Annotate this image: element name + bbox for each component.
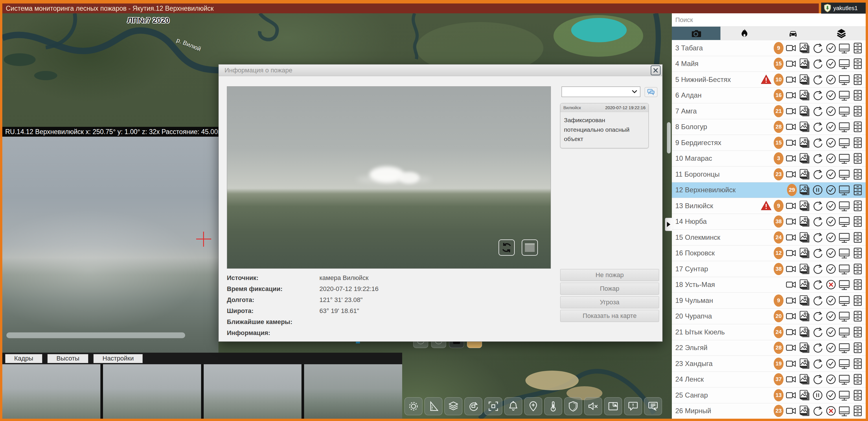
status-ok-icon[interactable] bbox=[825, 326, 837, 338]
drawer-archive-icon[interactable] bbox=[852, 42, 863, 54]
monitor-icon[interactable] bbox=[838, 389, 850, 401]
refresh-icon[interactable] bbox=[812, 342, 824, 354]
refresh-icon[interactable] bbox=[812, 169, 824, 180]
pause-icon[interactable] bbox=[812, 184, 824, 196]
close-icon[interactable] bbox=[651, 65, 660, 75]
refresh-icon[interactable] bbox=[812, 106, 824, 117]
status-ok-icon[interactable] bbox=[825, 295, 837, 306]
status-ok-icon[interactable] bbox=[825, 169, 837, 180]
messages-icon[interactable] bbox=[644, 397, 662, 415]
refresh-icon[interactable] bbox=[812, 295, 824, 306]
drawer-archive-icon[interactable] bbox=[852, 295, 863, 306]
video-camera-icon[interactable] bbox=[785, 326, 797, 338]
monitor-icon[interactable] bbox=[838, 216, 850, 227]
status-ok-icon[interactable] bbox=[825, 184, 837, 196]
status-ok-icon[interactable] bbox=[825, 200, 837, 212]
camera-list-item[interactable]: 18 Усть-Мая bbox=[672, 277, 866, 293]
drawer-archive-icon[interactable] bbox=[852, 373, 863, 385]
refresh-icon[interactable] bbox=[812, 263, 824, 275]
drawer-archive-icon[interactable] bbox=[852, 358, 863, 369]
video-camera-icon[interactable] bbox=[785, 153, 797, 164]
drawer-archive-icon[interactable] bbox=[852, 405, 863, 417]
drawer-archive-icon[interactable] bbox=[852, 216, 863, 227]
camera-list-item[interactable]: 13 Вилюйск 9 bbox=[672, 198, 866, 214]
video-camera-icon[interactable] bbox=[785, 74, 797, 85]
video-camera-icon[interactable] bbox=[785, 89, 797, 101]
dialog-header[interactable]: Информация о пожаре bbox=[219, 65, 662, 76]
frames-archive-icon[interactable] bbox=[799, 184, 810, 196]
frames-archive-icon[interactable] bbox=[799, 58, 810, 69]
frames-archive-icon[interactable] bbox=[799, 106, 810, 117]
frames-archive-icon[interactable] bbox=[799, 373, 810, 385]
refresh-icon[interactable] bbox=[812, 153, 824, 164]
monitor-icon[interactable] bbox=[838, 326, 850, 338]
frames-archive-icon[interactable] bbox=[799, 342, 810, 354]
frames-archive-icon[interactable] bbox=[799, 121, 810, 132]
monitor-icon[interactable] bbox=[838, 263, 850, 275]
refresh-icon[interactable] bbox=[812, 247, 824, 259]
camera-live-view[interactable] bbox=[2, 137, 218, 353]
drawer-archive-icon[interactable] bbox=[852, 74, 863, 85]
frames-archive-icon[interactable] bbox=[799, 279, 810, 291]
fire-type-select[interactable] bbox=[562, 87, 640, 97]
video-camera-icon[interactable] bbox=[785, 389, 797, 401]
refresh-icon[interactable] bbox=[812, 310, 824, 322]
camera-list-item[interactable]: 16 Покровск 12 bbox=[672, 245, 866, 261]
fire-tab[interactable] bbox=[720, 27, 769, 40]
monitor-icon[interactable] bbox=[838, 153, 850, 164]
status-ok-icon[interactable] bbox=[825, 42, 837, 54]
video-camera-icon[interactable] bbox=[785, 342, 797, 354]
video-camera-icon[interactable] bbox=[785, 106, 797, 117]
drawer-archive-icon[interactable] bbox=[852, 169, 863, 180]
fire-button[interactable]: Пожар bbox=[560, 282, 659, 295]
monitor-icon[interactable] bbox=[838, 342, 850, 354]
status-ok-icon[interactable] bbox=[825, 389, 837, 401]
threat-button[interactable]: Угроза bbox=[560, 296, 659, 308]
drawer-archive-icon[interactable] bbox=[852, 247, 863, 259]
drawer-archive-icon[interactable] bbox=[852, 153, 863, 164]
vehicles-tab[interactable] bbox=[769, 27, 817, 40]
monitor-icon[interactable] bbox=[838, 310, 850, 322]
frames-archive-icon[interactable] bbox=[799, 405, 810, 417]
layers-tab[interactable] bbox=[817, 27, 866, 40]
camera-list-item[interactable]: 3 Табага 9 bbox=[672, 40, 866, 56]
video-camera-icon[interactable] bbox=[785, 405, 797, 417]
camera-list-item[interactable]: 20 Чурапча 20 bbox=[672, 308, 866, 324]
frame-thumbnail[interactable] bbox=[2, 364, 100, 419]
frame-thumbnail[interactable] bbox=[304, 364, 402, 419]
camera-list-item[interactable]: 6 Алдан 16 bbox=[672, 87, 866, 103]
camera-list-item[interactable]: 15 Олекминск 24 bbox=[672, 229, 866, 245]
status-ok-icon[interactable] bbox=[825, 358, 837, 369]
status-ok-icon[interactable] bbox=[825, 247, 837, 259]
camera-list-item[interactable]: 24 Ленск 37 bbox=[672, 371, 866, 387]
status-ok-icon[interactable] bbox=[825, 153, 837, 164]
drawer-archive-icon[interactable] bbox=[852, 263, 863, 275]
video-camera-icon[interactable] bbox=[785, 121, 797, 132]
status-ok-icon[interactable] bbox=[825, 89, 837, 101]
refresh-icon[interactable] bbox=[812, 216, 824, 227]
monitor-icon[interactable] bbox=[838, 358, 850, 369]
camera-list-item[interactable]: 11 Борогонцы 23 bbox=[672, 166, 866, 182]
tab-frames[interactable]: Кадры bbox=[5, 354, 42, 363]
add-marker-icon[interactable] bbox=[524, 397, 542, 415]
grid-view-button[interactable] bbox=[522, 239, 538, 256]
tab-settings[interactable]: Настройки bbox=[93, 354, 143, 363]
camera-list-item[interactable]: 26 Мирный 23 bbox=[672, 403, 866, 419]
monitor-icon[interactable] bbox=[838, 121, 850, 132]
drawer-archive-icon[interactable] bbox=[852, 310, 863, 322]
rotate-view-icon[interactable] bbox=[464, 397, 482, 415]
monitor-icon[interactable] bbox=[838, 295, 850, 306]
measure-icon[interactable] bbox=[425, 397, 442, 415]
frames-archive-icon[interactable] bbox=[799, 263, 810, 275]
drawer-archive-icon[interactable] bbox=[852, 200, 863, 212]
refresh-photo-button[interactable] bbox=[498, 239, 515, 256]
camera-list-item[interactable]: 25 Сангар 13 bbox=[672, 387, 866, 403]
frames-archive-icon[interactable] bbox=[799, 216, 810, 227]
camera-list-item[interactable]: 4 Майя 15 bbox=[672, 56, 866, 72]
status-fail-icon[interactable] bbox=[825, 405, 837, 417]
pause-icon[interactable] bbox=[812, 389, 824, 401]
frames-archive-icon[interactable] bbox=[799, 200, 810, 212]
camera-pan-scrollbar[interactable] bbox=[6, 332, 185, 338]
camera-list-item[interactable]: 12 Верхневилюйск 29 bbox=[672, 182, 866, 198]
status-ok-icon[interactable] bbox=[825, 121, 837, 132]
